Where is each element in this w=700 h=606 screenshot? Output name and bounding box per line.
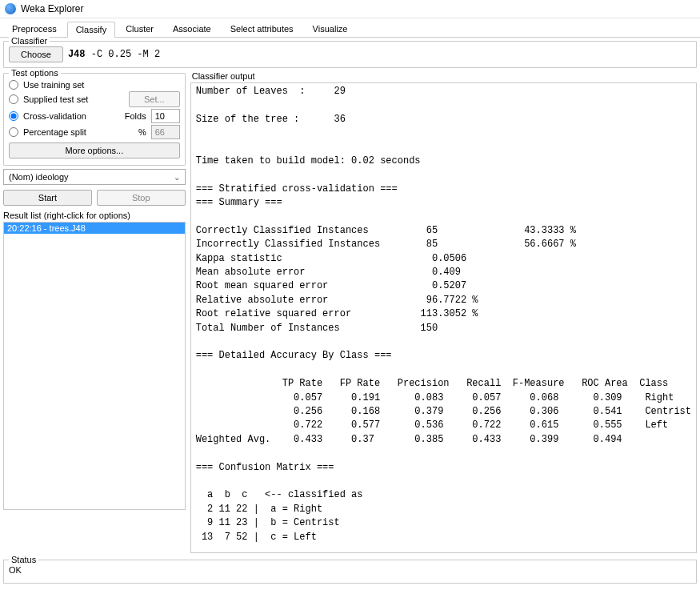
- cross-validation-radio[interactable]: [9, 111, 18, 121]
- main-tabs: PreprocessClassifyClusterAssociateSelect…: [0, 18, 700, 38]
- cross-validation-label: Cross-validation: [23, 111, 120, 121]
- set-test-set-button[interactable]: Set...: [129, 91, 180, 107]
- percent-input[interactable]: [151, 125, 180, 139]
- more-options-button[interactable]: More options...: [9, 142, 180, 159]
- status-text: OK: [9, 565, 22, 575]
- supplied-test-set-radio[interactable]: [9, 94, 18, 104]
- folds-input[interactable]: [151, 109, 180, 123]
- tab-classify[interactable]: Classify: [67, 22, 116, 38]
- tab-select-attributes[interactable]: Select attributes: [222, 21, 302, 37]
- class-attribute-value: (Nom) ideology: [9, 172, 69, 182]
- classifier-output-text: Number of Leaves : 29 Size of the tree :…: [191, 83, 696, 552]
- stop-button[interactable]: Stop: [97, 190, 186, 206]
- use-training-set-radio[interactable]: [9, 80, 18, 90]
- chevron-down-icon: ⌄: [174, 173, 180, 182]
- tab-visualize[interactable]: Visualize: [304, 21, 357, 37]
- supplied-test-set-label: Supplied test set: [23, 94, 124, 104]
- tab-preprocess[interactable]: Preprocess: [3, 21, 66, 37]
- app-icon: [5, 3, 16, 14]
- status-group: Status OK: [3, 560, 697, 584]
- start-button[interactable]: Start: [3, 190, 92, 206]
- percentage-split-radio[interactable]: [9, 127, 18, 137]
- test-options-title: Test options: [9, 68, 61, 78]
- use-training-set-label: Use training set: [23, 80, 84, 90]
- result-list[interactable]: 20:22:16 - trees.J48: [3, 222, 186, 510]
- test-options-group: Test options Use training set Supplied t…: [3, 73, 186, 166]
- classifier-group-title: Classifier: [9, 36, 50, 46]
- titlebar: Weka Explorer: [0, 0, 700, 18]
- choose-classifier-button[interactable]: Choose: [9, 46, 63, 62]
- classifier-scheme-text[interactable]: J48 -C 0.25 -M 2: [68, 49, 160, 60]
- percentage-split-label: Percentage split: [23, 127, 134, 137]
- folds-label: Folds: [125, 111, 146, 121]
- result-list-title: Result list (right-click for options): [3, 211, 186, 220]
- tab-cluster[interactable]: Cluster: [117, 21, 162, 37]
- tab-associate[interactable]: Associate: [164, 21, 220, 37]
- classifier-output-box[interactable]: Number of Leaves : 29 Size of the tree :…: [190, 82, 697, 553]
- class-attribute-select[interactable]: (Nom) ideology ⌄: [3, 169, 186, 185]
- classifier-group: Classifier Choose J48 -C 0.25 -M 2: [3, 41, 697, 68]
- result-list-item[interactable]: 20:22:16 - trees.J48: [4, 223, 185, 234]
- classifier-output-title: Classifier output: [192, 71, 697, 81]
- window-title: Weka Explorer: [21, 3, 83, 14]
- status-title: Status: [9, 555, 38, 564]
- percent-label: %: [138, 127, 146, 137]
